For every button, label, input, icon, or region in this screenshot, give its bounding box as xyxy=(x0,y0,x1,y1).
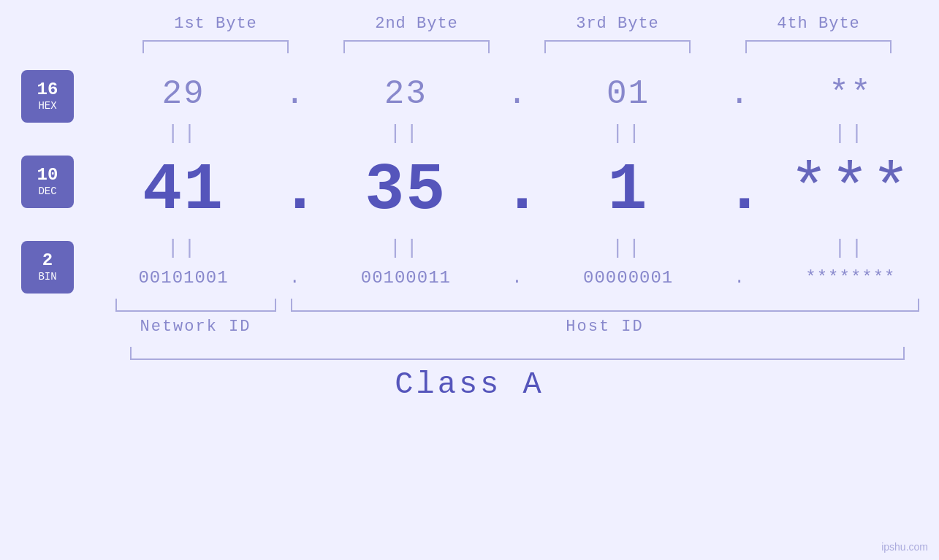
dec-badge: 10 DEC xyxy=(21,156,74,208)
hex-row: 29 . 23 . 01 . ** xyxy=(95,68,939,120)
bin-dot-3: . xyxy=(725,268,754,288)
hex-byte-2: 23 xyxy=(325,75,486,113)
dec-byte-3: 1 xyxy=(548,153,709,228)
values-column: 29 . 23 . 01 . ** xyxy=(95,68,939,295)
host-bracket xyxy=(291,299,919,312)
bin-badge-num: 2 xyxy=(42,251,53,270)
dec-dot-3: . xyxy=(725,153,754,228)
bracket-byte-4 xyxy=(745,40,892,53)
network-id-label: Network ID xyxy=(115,318,276,336)
class-label: Class A xyxy=(395,367,544,402)
dec-dot-2: . xyxy=(502,153,531,228)
hex-dot-2: . xyxy=(502,75,531,113)
dec-byte-1: 41 xyxy=(103,153,264,228)
byte-header-4: 4th Byte xyxy=(738,15,899,33)
top-brackets xyxy=(115,40,919,53)
byte-header-1: 1st Byte xyxy=(135,15,296,33)
bracket-byte-3 xyxy=(544,40,691,53)
equals-row-1: || || || || xyxy=(95,120,939,146)
dec-badge-label: DEC xyxy=(38,185,56,197)
dec-byte-4: *** xyxy=(770,153,931,228)
bin-byte-2: 00100011 xyxy=(325,268,486,288)
hex-badge-num: 16 xyxy=(37,80,58,99)
hex-badge: 16 HEX xyxy=(21,70,74,123)
bin-dot-1: . xyxy=(280,268,309,288)
hex-byte-4: ** xyxy=(770,75,931,113)
byte-headers-row: 1st Byte 2nd Byte 3rd Byte 4th Byte xyxy=(115,15,919,33)
hex-byte-1: 29 xyxy=(103,75,264,113)
byte-header-2: 2nd Byte xyxy=(336,15,497,33)
network-bracket xyxy=(115,299,276,312)
footer: ipshu.com xyxy=(881,541,928,553)
content-grid: 16 HEX 10 DEC 2 BIN 29 . xyxy=(0,68,939,295)
hex-dot-3: . xyxy=(725,75,754,113)
class-bracket-row xyxy=(130,347,905,360)
bin-dot-2: . xyxy=(502,268,531,288)
bin-byte-3: 00000001 xyxy=(548,268,709,288)
bottom-brackets-row xyxy=(115,299,919,312)
badges-column: 16 HEX 10 DEC 2 BIN xyxy=(0,68,95,295)
hex-badge-label: HEX xyxy=(38,100,56,112)
equals-row-2: || || || || xyxy=(95,235,939,261)
dec-byte-2: 35 xyxy=(325,153,486,228)
bracket-byte-1 xyxy=(142,40,289,53)
dec-row: 41 . 35 . 1 . *** xyxy=(95,146,939,235)
bin-badge-label: BIN xyxy=(38,271,56,283)
id-labels-row: Network ID Host ID xyxy=(115,318,919,336)
class-label-row: Class A xyxy=(0,367,939,402)
bin-byte-1: 00101001 xyxy=(103,268,264,288)
bin-row: 00101001 . 00100011 . 00000001 . xyxy=(95,261,939,295)
bin-byte-4: ******** xyxy=(770,268,931,288)
main-container: 1st Byte 2nd Byte 3rd Byte 4th Byte 16 H… xyxy=(0,0,939,560)
bin-badge: 2 BIN xyxy=(21,241,74,294)
bracket-byte-2 xyxy=(343,40,490,53)
hex-byte-3: 01 xyxy=(548,75,709,113)
class-bracket xyxy=(130,347,905,360)
hex-dot-1: . xyxy=(280,75,309,113)
byte-header-3: 3rd Byte xyxy=(537,15,698,33)
host-id-label: Host ID xyxy=(291,318,919,336)
dec-dot-1: . xyxy=(280,153,309,228)
dec-badge-num: 10 xyxy=(37,166,58,185)
